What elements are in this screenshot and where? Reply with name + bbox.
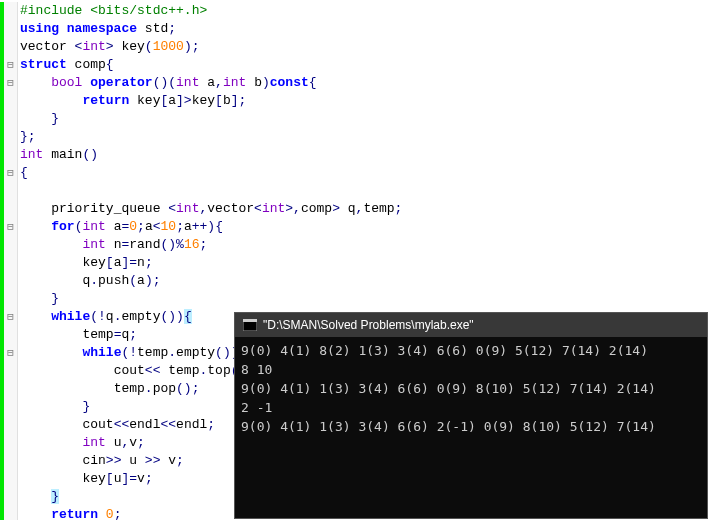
code-line[interactable]: key[a]=n; <box>0 254 709 272</box>
code-content: key[u]=v; <box>18 470 153 488</box>
code-content: int u,v; <box>18 434 145 452</box>
code-line[interactable]: } <box>0 110 709 128</box>
code-content <box>18 182 51 200</box>
fold-gutter <box>4 128 18 146</box>
fold-gutter <box>4 488 18 506</box>
fold-toggle-icon[interactable]: ⊟ <box>4 344 18 362</box>
fold-gutter <box>4 452 18 470</box>
fold-gutter <box>4 398 18 416</box>
code-line[interactable]: int n=rand()%16; <box>0 236 709 254</box>
code-content: key[a]=n; <box>18 254 153 272</box>
code-content: return 0; <box>18 506 121 520</box>
code-line[interactable]: using namespace std; <box>0 20 709 38</box>
code-content: temp.pop(); <box>18 380 199 398</box>
fold-gutter <box>4 326 18 344</box>
fold-gutter <box>4 38 18 56</box>
fold-toggle-icon[interactable]: ⊟ <box>4 74 18 92</box>
fold-toggle-icon[interactable]: ⊟ <box>4 164 18 182</box>
code-content: bool operator()(int a,int b)const{ <box>18 74 317 92</box>
code-line[interactable]: }; <box>0 128 709 146</box>
code-content: for(int a=0;a<10;a++){ <box>18 218 223 236</box>
code-content: priority_queue <int,vector<int>,comp> q,… <box>18 200 402 218</box>
fold-gutter <box>4 110 18 128</box>
console-line: 9(0) 4(1) 1(3) 3(4) 6(6) 2(-1) 0(9) 8(10… <box>241 417 701 436</box>
fold-gutter <box>4 254 18 272</box>
console-line: 9(0) 4(1) 1(3) 3(4) 6(6) 0(9) 8(10) 5(12… <box>241 379 701 398</box>
fold-gutter <box>4 146 18 164</box>
code-content: } <box>18 488 59 506</box>
fold-gutter <box>4 236 18 254</box>
code-content: using namespace std; <box>18 20 176 38</box>
fold-gutter <box>4 2 18 20</box>
code-line[interactable]: ⊟ for(int a=0;a<10;a++){ <box>0 218 709 236</box>
fold-gutter <box>4 20 18 38</box>
code-content: return key[a]>key[b]; <box>18 92 246 110</box>
code-line[interactable] <box>0 182 709 200</box>
code-content: }; <box>18 128 36 146</box>
code-line[interactable]: q.push(a); <box>0 272 709 290</box>
code-line[interactable]: ⊟ struct comp{ <box>0 56 709 74</box>
fold-gutter <box>4 506 18 520</box>
code-content: cin>> u >> v; <box>18 452 184 470</box>
cmd-icon <box>243 318 257 332</box>
code-line[interactable]: } <box>0 290 709 308</box>
fold-gutter <box>4 200 18 218</box>
code-line[interactable]: int main() <box>0 146 709 164</box>
fold-gutter <box>4 416 18 434</box>
code-line[interactable]: return key[a]>key[b]; <box>0 92 709 110</box>
code-line[interactable]: ⊟ bool operator()(int a,int b)const{ <box>0 74 709 92</box>
code-line[interactable]: vector <int> key(1000); <box>0 38 709 56</box>
code-line[interactable]: priority_queue <int,vector<int>,comp> q,… <box>0 200 709 218</box>
code-content: q.push(a); <box>18 272 161 290</box>
code-line[interactable]: #include <bits/stdc++.h> <box>0 2 709 20</box>
code-content: while(!temp.empty()){ <box>18 344 246 362</box>
fold-toggle-icon[interactable]: ⊟ <box>4 56 18 74</box>
fold-toggle-icon[interactable]: ⊟ <box>4 218 18 236</box>
console-line: 2 -1 <box>241 398 701 417</box>
fold-gutter <box>4 290 18 308</box>
fold-gutter <box>4 92 18 110</box>
fold-gutter <box>4 380 18 398</box>
console-output[interactable]: 9(0) 4(1) 8(2) 1(3) 3(4) 6(6) 0(9) 5(12)… <box>235 337 707 440</box>
fold-toggle-icon[interactable]: ⊟ <box>4 308 18 326</box>
svg-rect-1 <box>243 319 257 322</box>
code-content: struct comp{ <box>18 56 114 74</box>
code-content: int n=rand()%16; <box>18 236 207 254</box>
fold-gutter <box>4 272 18 290</box>
fold-gutter <box>4 362 18 380</box>
fold-gutter <box>4 182 18 200</box>
fold-gutter <box>4 434 18 452</box>
code-content: while(!q.empty()){ <box>18 308 192 326</box>
code-content: cout<<endl<<endl; <box>18 416 215 434</box>
code-content: int main() <box>18 146 98 164</box>
code-content: } <box>18 398 90 416</box>
console-titlebar[interactable]: "D:\SMAN\Solved Problems\mylab.exe" <box>235 313 707 337</box>
code-content: vector <int> key(1000); <box>18 38 200 56</box>
code-content: { <box>18 164 28 182</box>
console-window[interactable]: "D:\SMAN\Solved Problems\mylab.exe" 9(0)… <box>234 312 708 519</box>
console-line: 9(0) 4(1) 8(2) 1(3) 3(4) 6(6) 0(9) 5(12)… <box>241 341 701 360</box>
code-content: #include <bits/stdc++.h> <box>18 2 207 20</box>
fold-gutter <box>4 470 18 488</box>
console-title-text: "D:\SMAN\Solved Problems\mylab.exe" <box>263 318 474 332</box>
code-content: temp=q; <box>18 326 137 344</box>
console-line: 8 10 <box>241 360 701 379</box>
code-content: } <box>18 290 59 308</box>
code-line[interactable]: ⊟ { <box>0 164 709 182</box>
code-content: } <box>18 110 59 128</box>
